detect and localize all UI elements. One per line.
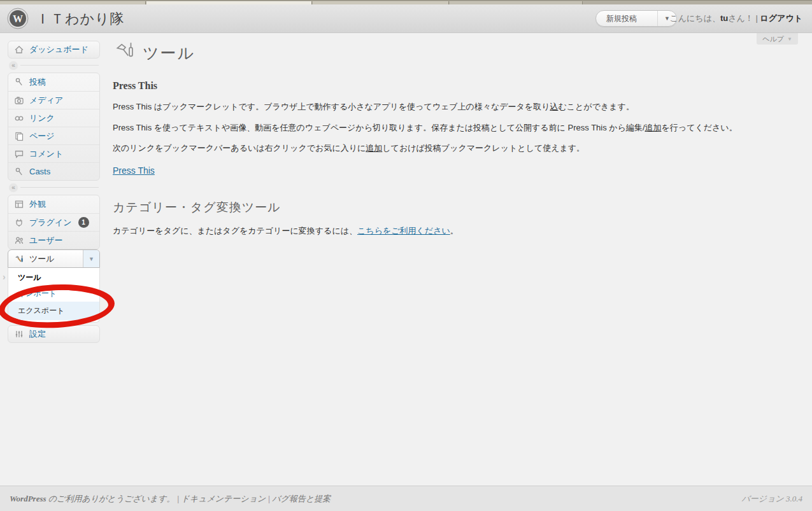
plugin-icon: [13, 217, 24, 228]
footer-wordpress: WordPress: [10, 494, 46, 503]
sidebar-item-comments[interactable]: コメント: [8, 144, 99, 162]
sidebar-item-label: ダッシュボード: [29, 44, 89, 55]
version-text: バージョン 3.0.4: [742, 493, 802, 505]
new-post-button[interactable]: 新規投稿 ▼: [595, 10, 677, 27]
sidebar-item-media[interactable]: メディア: [8, 91, 99, 109]
sidebar-item-plugins[interactable]: プラグイン 1: [8, 213, 99, 231]
update-count-badge: 1: [78, 217, 89, 228]
sidebar-item-label: コメント: [29, 148, 63, 160]
pushpin-icon: [13, 166, 24, 177]
feedback-link[interactable]: バグ報告と提案: [272, 494, 331, 503]
sidebar-item-label: ページ: [29, 130, 55, 142]
home-icon: [13, 45, 24, 55]
sidebar-separator: «: [8, 59, 100, 73]
sidebar-item-pages[interactable]: ページ: [8, 127, 99, 144]
browser-tab-strip: [0, 0, 812, 4]
converter-link[interactable]: こちらをご利用ください: [357, 226, 450, 235]
sidebar-item-label: 外観: [29, 199, 46, 210]
sidebar-separator: «: [8, 181, 100, 195]
link-icon: [13, 113, 24, 123]
sidebar-item-label: メディア: [29, 95, 63, 106]
press-this-heading: Press This: [113, 80, 812, 92]
page-title: ツール: [143, 43, 195, 64]
sidebar-item-label: Casts: [29, 167, 50, 176]
users-icon: [13, 235, 24, 246]
sidebar-item-users[interactable]: ユーザー: [8, 231, 99, 249]
converter-paragraph: カテゴリーをタグに、またはタグをカテゴリーに変換するには、こちらをご利用ください…: [113, 225, 812, 237]
pages-icon: [13, 130, 24, 141]
sidebar-item-label: 投稿: [29, 76, 46, 88]
sidebar-item-label: プラグイン: [29, 217, 72, 228]
sidebar-item-links[interactable]: リンク: [8, 109, 99, 127]
admin-header: W ＩＴわかり隊 新規投稿 ▼ こんにちは、tuさん！ | ログアウト: [0, 4, 812, 33]
svg-text:W: W: [13, 13, 23, 24]
chevron-down-icon[interactable]: ▼: [83, 250, 99, 267]
user-greeting: こんにちは、tuさん！ | ログアウト: [669, 13, 802, 24]
sidebar-item-label: リンク: [29, 113, 55, 124]
sidebar-item-label: ツール: [29, 253, 55, 265]
logout-link[interactable]: ログアウト: [760, 13, 802, 23]
wordpress-logo-icon: W: [7, 8, 29, 29]
pushpin-icon: [13, 77, 24, 88]
page-title-row: ツール: [115, 41, 812, 65]
separator-line: [20, 65, 99, 66]
admin-footer: WordPress のご利用ありがとうございます。 | ドキュメンテーション |…: [0, 486, 812, 511]
collapse-icon[interactable]: «: [9, 61, 18, 70]
main-content: ツール Press This Press This はブックマークレットです。ブ…: [113, 33, 812, 236]
settings-icon: [13, 329, 24, 340]
submenu-item-tools[interactable]: › ツール: [8, 270, 99, 286]
greeting-text: こんにちは、: [669, 13, 720, 23]
greeting-suffix: さん！: [728, 13, 753, 23]
site-title: ＩＴわかり隊: [36, 10, 125, 29]
sidebar-item-tools[interactable]: ツール ▼: [8, 249, 100, 268]
converter-heading: カテゴリー・タグ変換ツール: [113, 199, 812, 216]
sidebar-item-dashboard[interactable]: ダッシュボード: [8, 41, 100, 59]
submenu-item-label: ツール: [18, 273, 41, 282]
footer-left: WordPress のご利用ありがとうございます。 | ドキュメンテーション |…: [10, 493, 331, 505]
tools-page-icon: [115, 41, 136, 65]
collapse-icon[interactable]: «: [9, 183, 18, 192]
wordpress-admin-page: W ＩＴわかり隊 新規投稿 ▼ こんにちは、tuさん！ | ログアウト ヘルプ …: [0, 0, 812, 511]
press-this-paragraph-2: Press This を使ってテキストや画像、動画を任意のウェブページから切り取…: [113, 122, 812, 134]
sidebar-group-admin: 外観 プラグイン 1 ユーザー: [8, 195, 100, 249]
greeting-separator: |: [753, 13, 760, 23]
separator-line: [20, 187, 99, 188]
comment-icon: [13, 148, 24, 159]
submenu-pointer-icon: ›: [3, 272, 6, 282]
press-this-bookmarklet-link[interactable]: Press This: [113, 165, 155, 176]
sidebar-item-label: 設定: [29, 328, 46, 340]
sidebar-group-content: 投稿 メディア リンク ページ: [8, 73, 100, 181]
sidebar-item-casts[interactable]: Casts: [8, 162, 99, 180]
appearance-icon: [13, 199, 24, 210]
sidebar-item-appearance[interactable]: 外観: [8, 195, 99, 213]
press-this-paragraph-1: Press This はブックマークレットです。ブラウザ上で動作する小さなアプリ…: [113, 101, 812, 113]
footer-thanks: のご利用ありがとうございます。: [46, 494, 175, 503]
media-icon: [13, 95, 24, 106]
press-this-paragraph-3: 次のリンクをブックマークバーあるいは右クリックでお気に入りに追加しておけば投稿ブ…: [113, 143, 812, 154]
sidebar-item-label: ユーザー: [29, 235, 63, 246]
sidebar-item-posts[interactable]: 投稿: [8, 73, 99, 91]
documentation-link[interactable]: ドキュメンテーション: [182, 494, 266, 503]
tools-icon: [13, 253, 24, 264]
username-link[interactable]: tu: [720, 13, 728, 23]
new-post-label: 新規投稿: [596, 13, 657, 24]
